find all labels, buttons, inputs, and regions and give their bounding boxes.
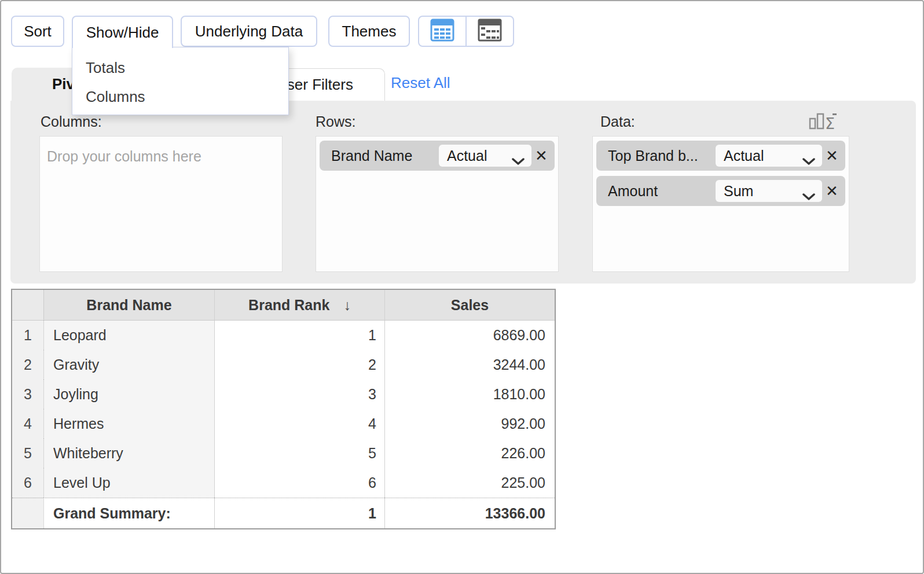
brand-rank-cell: 5 [214,439,384,468]
data-field-chip[interactable]: Amount Sum ✕ [596,176,845,206]
column-header-brand-name[interactable]: Brand Name [43,290,214,321]
sales-cell: 992.00 [384,409,555,439]
rows-drop-area[interactable]: Brand Name Actual ✕ [316,136,559,272]
bar-chart-sigma-icon: Σ [808,109,837,133]
table-row: 3 Joyling 3 1810.00 [12,380,555,409]
row-number: 6 [12,468,43,498]
chevron-down-icon [802,187,815,204]
summarize-button[interactable]: Σ [808,111,837,133]
columns-section-label: Columns: [41,113,102,130]
row-number [12,498,43,528]
grand-summary-row: Grand Summary: 1 13366.00 [12,498,555,528]
aggregation-select[interactable]: Actual [439,145,531,167]
brand-name-cell: Leopard [43,321,214,350]
table-row: 6 Level Up 6 225.00 [12,468,555,498]
row-number: 1 [12,321,43,350]
grand-summary-rank: 1 [214,498,384,528]
pivot-editor-window: Sort Show/Hide Underlying Data Themes [0,0,924,574]
brand-name-cell: Gravity [43,350,214,380]
pivot-view-icon [478,19,502,44]
grand-summary-label: Grand Summary: [43,498,214,528]
row-number: 5 [12,439,43,468]
aggregation-select[interactable]: Actual [716,145,822,167]
pivot-view-button[interactable] [465,17,513,46]
grand-summary-sales: 13366.00 [384,498,555,528]
table-row: 4 Hermes 4 992.00 [12,409,555,439]
row-number-header [12,290,43,321]
menu-item-totals[interactable]: Totals [72,53,288,82]
reset-all-link[interactable]: Reset All [391,74,450,92]
pivot-result-table: Brand Name Brand Rank ↓ Sales 1 Leopard … [11,289,556,529]
aggregation-select[interactable]: Sum [716,180,822,202]
brand-rank-cell: 2 [214,350,384,380]
rows-section-label: Rows: [316,113,355,130]
remove-field-button[interactable]: ✕ [823,141,841,171]
remove-field-button[interactable]: ✕ [533,141,550,171]
pivot-builder-panel: Columns: Rows: Data: Σ Drop your columns… [10,101,916,284]
field-name: Brand Name [320,148,412,164]
columns-placeholder: Drop your columns here [47,148,282,165]
table-view-button[interactable] [419,17,465,46]
themes-button[interactable]: Themes [328,16,410,47]
sales-cell: 6869.00 [384,321,555,350]
brand-rank-cell: 4 [214,409,384,439]
sort-button[interactable]: Sort [11,16,64,47]
sales-cell: 3244.00 [384,350,555,380]
data-field-chip[interactable]: Top Brand b... Actual ✕ [596,141,845,171]
columns-drop-area[interactable]: Drop your columns here [39,136,283,272]
view-toggle-group [418,16,514,47]
rows-field-chip[interactable]: Brand Name Actual ✕ [320,141,555,171]
svg-text:Σ: Σ [825,115,835,131]
brand-name-cell: Joyling [43,380,214,409]
header-row: Brand Name Brand Rank ↓ Sales [12,290,555,321]
row-number: 4 [12,409,43,439]
row-number: 3 [12,380,43,409]
sales-cell: 225.00 [384,468,555,498]
field-name: Top Brand b... [596,148,698,164]
underlying-data-button[interactable]: Underlying Data [181,16,317,47]
brand-name-cell: Whiteberry [43,439,214,468]
chevron-down-icon [512,152,525,169]
field-name: Amount [596,183,658,200]
table-row: 5 Whiteberry 5 226.00 [12,439,555,468]
sales-cell: 1810.00 [384,380,555,409]
remove-field-button[interactable]: ✕ [823,176,841,206]
data-section-label: Data: [600,113,635,130]
brand-rank-cell: 6 [214,468,384,498]
row-number: 2 [12,350,43,380]
table-row: 2 Gravity 2 3244.00 [12,350,555,380]
brand-rank-cell: 3 [214,380,384,409]
show-hide-button[interactable]: Show/Hide [72,16,173,48]
menu-item-columns[interactable]: Columns [72,82,288,111]
show-hide-menu: Totals Columns [72,47,289,115]
column-header-sales[interactable]: Sales [384,290,555,321]
data-drop-area[interactable]: Top Brand b... Actual ✕ Amount Sum [592,136,849,272]
brand-rank-cell: 1 [214,321,384,350]
brand-name-cell: Level Up [43,468,214,498]
brand-name-cell: Hermes [43,409,214,439]
sales-cell: 226.00 [384,439,555,468]
table-row: 1 Leopard 1 6869.00 [12,321,555,350]
chevron-down-icon [802,152,815,169]
column-header-brand-rank[interactable]: Brand Rank ↓ [214,290,384,321]
table-view-icon [430,19,454,44]
sort-descending-icon: ↓ [343,297,351,314]
